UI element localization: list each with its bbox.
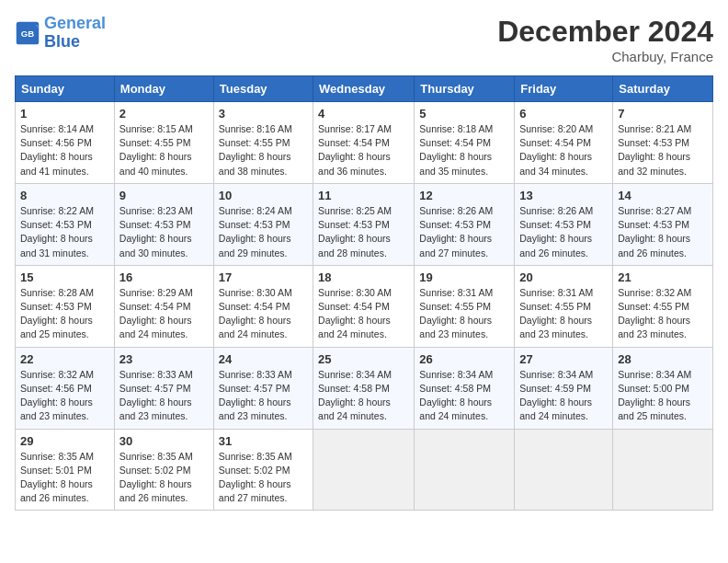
day-info: Sunrise: 8:32 AM Sunset: 4:55 PM Dayligh… (618, 286, 708, 342)
calendar-day-cell: 31Sunrise: 8:35 AM Sunset: 5:02 PM Dayli… (213, 429, 313, 511)
day-number: 11 (318, 189, 409, 202)
day-number: 12 (419, 189, 509, 202)
calendar-day-cell: 6Sunrise: 8:20 AM Sunset: 4:54 PM Daylig… (515, 102, 613, 184)
day-number: 21 (618, 270, 708, 284)
calendar-day-cell: 22Sunrise: 8:32 AM Sunset: 4:56 PM Dayli… (16, 347, 115, 429)
day-info: Sunrise: 8:18 AM Sunset: 4:54 PM Dayligh… (419, 122, 509, 178)
calendar-day-cell: 25Sunrise: 8:34 AM Sunset: 4:58 PM Dayli… (313, 347, 415, 429)
day-number: 22 (20, 352, 109, 366)
calendar-day-cell: 20Sunrise: 8:31 AM Sunset: 4:55 PM Dayli… (515, 265, 613, 347)
day-info: Sunrise: 8:29 AM Sunset: 4:54 PM Dayligh… (119, 286, 209, 342)
day-info: Sunrise: 8:22 AM Sunset: 4:53 PM Dayligh… (20, 204, 109, 260)
title-block: December 2024 Charbuy, France (497, 15, 713, 64)
logo: GB General Blue (15, 15, 106, 52)
weekday-header-row: SundayMondayTuesdayWednesdayThursdayFrid… (16, 76, 713, 102)
calendar-day-cell: 5Sunrise: 8:18 AM Sunset: 4:54 PM Daylig… (415, 102, 515, 184)
day-number: 24 (219, 352, 308, 366)
day-number: 16 (119, 270, 209, 284)
calendar-day-cell: 27Sunrise: 8:34 AM Sunset: 4:59 PM Dayli… (515, 347, 613, 429)
day-info: Sunrise: 8:30 AM Sunset: 4:54 PM Dayligh… (318, 286, 409, 342)
calendar-day-cell: 11Sunrise: 8:25 AM Sunset: 4:53 PM Dayli… (313, 183, 415, 265)
day-info: Sunrise: 8:25 AM Sunset: 4:53 PM Dayligh… (318, 204, 409, 260)
calendar-day-cell: 16Sunrise: 8:29 AM Sunset: 4:54 PM Dayli… (114, 265, 213, 347)
day-number: 1 (20, 107, 109, 121)
day-info: Sunrise: 8:31 AM Sunset: 4:55 PM Dayligh… (419, 286, 509, 342)
calendar-day-cell (613, 429, 713, 511)
day-info: Sunrise: 8:35 AM Sunset: 5:02 PM Dayligh… (219, 450, 308, 506)
calendar-day-cell: 9Sunrise: 8:23 AM Sunset: 4:53 PM Daylig… (114, 183, 213, 265)
weekday-header: Wednesday (313, 76, 415, 102)
month-title: December 2024 (497, 15, 713, 49)
day-info: Sunrise: 8:33 AM Sunset: 4:57 PM Dayligh… (119, 368, 209, 424)
calendar-day-cell: 26Sunrise: 8:34 AM Sunset: 4:58 PM Dayli… (415, 347, 515, 429)
weekday-header: Thursday (415, 76, 515, 102)
day-info: Sunrise: 8:21 AM Sunset: 4:53 PM Dayligh… (618, 122, 708, 178)
day-number: 15 (20, 270, 109, 284)
calendar-day-cell (313, 429, 415, 511)
day-info: Sunrise: 8:34 AM Sunset: 5:00 PM Dayligh… (618, 368, 708, 424)
calendar-day-cell: 28Sunrise: 8:34 AM Sunset: 5:00 PM Dayli… (613, 347, 713, 429)
day-number: 30 (119, 434, 209, 448)
calendar-day-cell: 7Sunrise: 8:21 AM Sunset: 4:53 PM Daylig… (613, 102, 713, 184)
day-number: 7 (618, 107, 708, 121)
day-number: 5 (419, 107, 509, 121)
calendar-day-cell (515, 429, 613, 511)
calendar-week-row: 22Sunrise: 8:32 AM Sunset: 4:56 PM Dayli… (16, 347, 713, 429)
calendar-day-cell: 29Sunrise: 8:35 AM Sunset: 5:01 PM Dayli… (16, 429, 115, 511)
day-number: 27 (519, 352, 608, 366)
day-number: 2 (119, 107, 209, 121)
day-number: 20 (519, 270, 608, 284)
day-info: Sunrise: 8:28 AM Sunset: 4:53 PM Dayligh… (20, 286, 109, 342)
calendar-day-cell: 18Sunrise: 8:30 AM Sunset: 4:54 PM Dayli… (313, 265, 415, 347)
day-info: Sunrise: 8:14 AM Sunset: 4:56 PM Dayligh… (20, 122, 109, 178)
calendar-week-row: 1Sunrise: 8:14 AM Sunset: 4:56 PM Daylig… (16, 102, 713, 184)
day-number: 28 (618, 352, 708, 366)
calendar-day-cell: 21Sunrise: 8:32 AM Sunset: 4:55 PM Dayli… (613, 265, 713, 347)
day-number: 29 (20, 434, 109, 448)
day-info: Sunrise: 8:34 AM Sunset: 4:58 PM Dayligh… (419, 368, 509, 424)
calendar-day-cell: 12Sunrise: 8:26 AM Sunset: 4:53 PM Dayli… (415, 183, 515, 265)
calendar-day-cell: 15Sunrise: 8:28 AM Sunset: 4:53 PM Dayli… (16, 265, 115, 347)
weekday-header: Friday (515, 76, 613, 102)
day-number: 10 (219, 189, 308, 202)
day-number: 17 (219, 270, 308, 284)
day-info: Sunrise: 8:34 AM Sunset: 4:59 PM Dayligh… (519, 368, 608, 424)
calendar-week-row: 8Sunrise: 8:22 AM Sunset: 4:53 PM Daylig… (16, 183, 713, 265)
day-number: 4 (318, 107, 409, 121)
calendar-week-row: 15Sunrise: 8:28 AM Sunset: 4:53 PM Dayli… (16, 265, 713, 347)
day-number: 6 (519, 107, 608, 121)
day-number: 14 (618, 189, 708, 202)
calendar-day-cell: 17Sunrise: 8:30 AM Sunset: 4:54 PM Dayli… (213, 265, 313, 347)
day-info: Sunrise: 8:33 AM Sunset: 4:57 PM Dayligh… (219, 368, 308, 424)
calendar-day-cell: 23Sunrise: 8:33 AM Sunset: 4:57 PM Dayli… (114, 347, 213, 429)
calendar-day-cell: 13Sunrise: 8:26 AM Sunset: 4:53 PM Dayli… (515, 183, 613, 265)
calendar-body: 1Sunrise: 8:14 AM Sunset: 4:56 PM Daylig… (16, 102, 713, 511)
weekday-header: Saturday (613, 76, 713, 102)
day-info: Sunrise: 8:34 AM Sunset: 4:58 PM Dayligh… (318, 368, 409, 424)
logo-line1: General (44, 14, 106, 32)
day-number: 31 (219, 434, 308, 448)
day-info: Sunrise: 8:26 AM Sunset: 4:53 PM Dayligh… (519, 204, 608, 260)
day-number: 13 (519, 189, 608, 202)
calendar-day-cell: 8Sunrise: 8:22 AM Sunset: 4:53 PM Daylig… (16, 183, 115, 265)
weekday-header: Tuesday (213, 76, 313, 102)
day-info: Sunrise: 8:23 AM Sunset: 4:53 PM Dayligh… (119, 204, 209, 260)
calendar-week-row: 29Sunrise: 8:35 AM Sunset: 5:01 PM Dayli… (16, 429, 713, 511)
calendar-day-cell: 1Sunrise: 8:14 AM Sunset: 4:56 PM Daylig… (16, 102, 115, 184)
day-info: Sunrise: 8:27 AM Sunset: 4:53 PM Dayligh… (618, 204, 708, 260)
calendar-day-cell: 19Sunrise: 8:31 AM Sunset: 4:55 PM Dayli… (415, 265, 515, 347)
svg-text:GB: GB (21, 28, 34, 38)
day-number: 8 (20, 189, 109, 202)
calendar-day-cell: 24Sunrise: 8:33 AM Sunset: 4:57 PM Dayli… (213, 347, 313, 429)
day-info: Sunrise: 8:32 AM Sunset: 4:56 PM Dayligh… (20, 368, 109, 424)
calendar-day-cell: 30Sunrise: 8:35 AM Sunset: 5:02 PM Dayli… (114, 429, 213, 511)
calendar-table: SundayMondayTuesdayWednesdayThursdayFrid… (15, 75, 713, 511)
day-number: 9 (119, 189, 209, 202)
calendar-day-cell: 10Sunrise: 8:24 AM Sunset: 4:53 PM Dayli… (213, 183, 313, 265)
day-info: Sunrise: 8:26 AM Sunset: 4:53 PM Dayligh… (419, 204, 509, 260)
weekday-header: Monday (114, 76, 213, 102)
calendar-day-cell: 4Sunrise: 8:17 AM Sunset: 4:54 PM Daylig… (313, 102, 415, 184)
day-info: Sunrise: 8:15 AM Sunset: 4:55 PM Dayligh… (119, 122, 209, 178)
logo-icon: GB (15, 20, 40, 46)
day-info: Sunrise: 8:16 AM Sunset: 4:55 PM Dayligh… (219, 122, 308, 178)
